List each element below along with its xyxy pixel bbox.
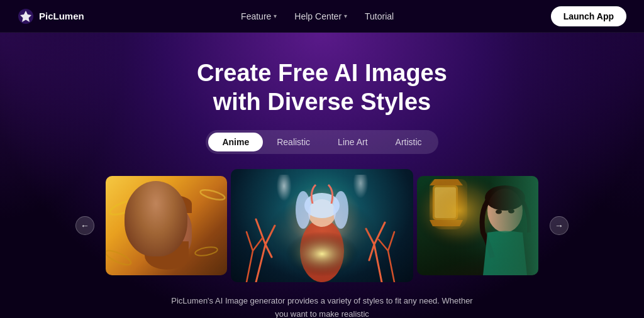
- image-card-woman: [417, 176, 538, 275]
- navbar: PicLumen Feature ▾ Help Center ▾ Tutoria…: [0, 0, 644, 33]
- image-card-vangogh: [106, 176, 227, 275]
- svg-point-20: [485, 185, 525, 211]
- svg-point-3: [194, 246, 218, 257]
- images-row: [106, 169, 538, 282]
- woman-lantern-image: [417, 176, 538, 275]
- hero-description: PicLumen's AI Image generator provides a…: [171, 295, 473, 318]
- svg-point-11: [333, 191, 348, 229]
- svg-rect-18: [417, 176, 538, 275]
- svg-point-9: [304, 193, 340, 218]
- woman-svg: [417, 176, 538, 275]
- nav-item-helpcenter[interactable]: Help Center ▾: [294, 11, 347, 21]
- style-tabs: Anime Realistic Line Art Artistic: [206, 130, 438, 154]
- tab-artistic[interactable]: Artistic: [382, 133, 436, 151]
- tab-line-art[interactable]: Line Art: [324, 133, 381, 151]
- chevron-down-icon: ▾: [274, 13, 277, 19]
- hero-title: Create Free AI Images with Diverse Style…: [197, 59, 447, 116]
- nav-item-feature[interactable]: Feature ▾: [241, 11, 277, 21]
- svg-point-19: [487, 189, 523, 233]
- launch-app-button[interactable]: Launch App: [551, 6, 626, 26]
- logo-icon: [18, 8, 34, 25]
- logo[interactable]: PicLumen: [18, 8, 84, 25]
- svg-point-4: [106, 248, 133, 268]
- svg-point-22: [508, 209, 514, 214]
- carousel-next-button[interactable]: →: [550, 216, 569, 235]
- svg-rect-12: [231, 169, 413, 282]
- vangogh-bg-svg: [106, 176, 227, 275]
- nav-links: Feature ▾ Help Center ▾ Tutorial: [241, 11, 394, 21]
- svg-point-10: [296, 191, 311, 229]
- anime-girl-image: [231, 169, 413, 282]
- painted-man-image: [106, 176, 227, 275]
- tab-anime[interactable]: Anime: [208, 133, 263, 151]
- tab-realistic[interactable]: Realistic: [263, 133, 324, 151]
- nav-item-tutorial[interactable]: Tutorial: [365, 11, 394, 21]
- image-card-anime: [231, 169, 413, 282]
- hero-title-line2: with Diverse Styles: [213, 89, 431, 115]
- coral-svg: [231, 169, 413, 282]
- hero-section: Create Free AI Images with Diverse Style…: [0, 33, 644, 318]
- svg-point-21: [496, 210, 502, 214]
- svg-point-1: [108, 197, 141, 217]
- brand-name: PicLumen: [39, 11, 84, 21]
- chevron-down-icon: ▾: [344, 13, 347, 19]
- hero-title-line1: Create Free AI Images: [197, 60, 447, 86]
- svg-point-8: [308, 199, 336, 227]
- svg-point-2: [199, 188, 226, 202]
- carousel-prev-button[interactable]: ←: [75, 216, 94, 235]
- image-carousel: ←: [0, 169, 644, 282]
